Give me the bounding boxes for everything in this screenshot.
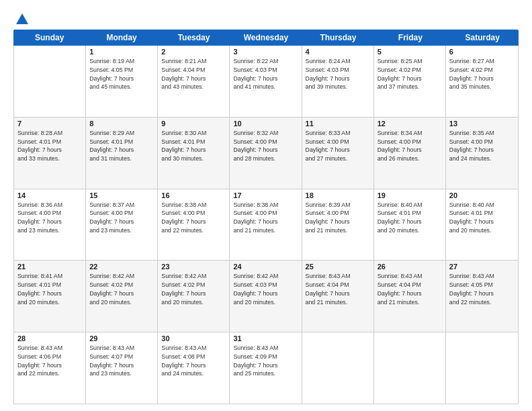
- cell-info: Sunrise: 8:33 AMSunset: 4:00 PMDaylight:…: [306, 129, 370, 163]
- calendar-cell: 27Sunrise: 8:43 AMSunset: 4:05 PMDayligh…: [446, 261, 518, 332]
- cell-info: Sunrise: 8:38 AMSunset: 4:00 PMDaylight:…: [161, 201, 226, 235]
- logo: [13, 12, 30, 24]
- calendar-cell: 22Sunrise: 8:42 AMSunset: 4:02 PMDayligh…: [86, 261, 158, 332]
- day-number: 21: [17, 263, 82, 271]
- day-number: 2: [161, 48, 226, 56]
- calendar-cell: 6Sunrise: 8:27 AMSunset: 4:02 PMDaylight…: [446, 46, 518, 117]
- day-number: 24: [233, 263, 298, 271]
- day-number: 17: [233, 191, 298, 199]
- calendar-cell: 7Sunrise: 8:28 AMSunset: 4:01 PMDaylight…: [14, 118, 86, 189]
- day-number: 3: [233, 48, 298, 56]
- day-number: 7: [17, 120, 82, 128]
- calendar-cell: 28Sunrise: 8:43 AMSunset: 4:06 PMDayligh…: [14, 332, 86, 404]
- cell-info: Sunrise: 8:32 AMSunset: 4:00 PMDaylight:…: [233, 129, 298, 163]
- calendar: SundayMondayTuesdayWednesdayThursdayFrid…: [13, 30, 519, 404]
- cell-info: Sunrise: 8:21 AMSunset: 4:04 PMDaylight:…: [161, 57, 226, 91]
- cell-info: Sunrise: 8:35 AMSunset: 4:00 PMDaylight:…: [449, 129, 515, 163]
- calendar-cell: 24Sunrise: 8:42 AMSunset: 4:03 PMDayligh…: [230, 261, 302, 332]
- calendar-cell: 17Sunrise: 8:38 AMSunset: 4:00 PMDayligh…: [230, 189, 302, 261]
- calendar-cell: 2Sunrise: 8:21 AMSunset: 4:04 PMDaylight…: [158, 46, 230, 117]
- calendar-row: 28Sunrise: 8:43 AMSunset: 4:06 PMDayligh…: [14, 332, 518, 404]
- cell-info: Sunrise: 8:42 AMSunset: 4:02 PMDaylight:…: [161, 272, 226, 306]
- svg-marker-0: [16, 13, 28, 24]
- cell-info: Sunrise: 8:22 AMSunset: 4:03 PMDaylight:…: [233, 57, 298, 91]
- day-number: 10: [233, 120, 298, 128]
- day-number: 20: [449, 191, 515, 199]
- day-number: 25: [306, 263, 370, 271]
- day-number: 14: [17, 191, 82, 199]
- cell-info: Sunrise: 8:30 AMSunset: 4:01 PMDaylight:…: [161, 129, 226, 163]
- weekday-header: Monday: [85, 30, 157, 46]
- day-number: 23: [161, 263, 226, 271]
- cell-info: Sunrise: 8:27 AMSunset: 4:02 PMDaylight:…: [449, 57, 515, 91]
- day-number: 13: [449, 120, 515, 128]
- cell-info: Sunrise: 8:43 AMSunset: 4:09 PMDaylight:…: [233, 344, 298, 378]
- calendar-cell: 31Sunrise: 8:43 AMSunset: 4:09 PMDayligh…: [230, 332, 302, 404]
- calendar-header: SundayMondayTuesdayWednesdayThursdayFrid…: [13, 30, 519, 46]
- day-number: 4: [306, 48, 370, 56]
- calendar-cell: 14Sunrise: 8:36 AMSunset: 4:00 PMDayligh…: [14, 189, 86, 261]
- calendar-cell: 11Sunrise: 8:33 AMSunset: 4:00 PMDayligh…: [302, 118, 374, 189]
- cell-info: Sunrise: 8:43 AMSunset: 4:07 PMDaylight:…: [89, 344, 154, 378]
- calendar-cell: 13Sunrise: 8:35 AMSunset: 4:00 PMDayligh…: [446, 118, 518, 189]
- header: [13, 12, 519, 24]
- cell-info: Sunrise: 8:42 AMSunset: 4:03 PMDaylight:…: [233, 272, 298, 306]
- day-number: 6: [449, 48, 515, 56]
- cell-info: Sunrise: 8:41 AMSunset: 4:01 PMDaylight:…: [17, 272, 82, 306]
- day-number: 22: [89, 263, 154, 271]
- calendar-row: 21Sunrise: 8:41 AMSunset: 4:01 PMDayligh…: [14, 261, 518, 332]
- calendar-row: 1Sunrise: 8:19 AMSunset: 4:05 PMDaylight…: [14, 46, 518, 118]
- logo-icon: [15, 12, 30, 27]
- calendar-cell: 4Sunrise: 8:24 AMSunset: 4:03 PMDaylight…: [302, 46, 374, 117]
- calendar-cell: [374, 332, 446, 404]
- cell-info: Sunrise: 8:39 AMSunset: 4:00 PMDaylight:…: [306, 201, 370, 235]
- day-number: 16: [161, 191, 226, 199]
- day-number: 18: [306, 191, 370, 199]
- cell-info: Sunrise: 8:24 AMSunset: 4:03 PMDaylight:…: [306, 57, 370, 91]
- day-number: 5: [378, 48, 442, 56]
- weekday-header: Sunday: [13, 30, 85, 46]
- day-number: 19: [378, 191, 442, 199]
- calendar-cell: 3Sunrise: 8:22 AMSunset: 4:03 PMDaylight…: [230, 46, 302, 117]
- calendar-cell: 25Sunrise: 8:43 AMSunset: 4:04 PMDayligh…: [302, 261, 374, 332]
- weekday-header: Wednesday: [230, 30, 302, 46]
- day-number: 8: [89, 120, 154, 128]
- day-number: 12: [378, 120, 442, 128]
- calendar-cell: [446, 332, 518, 404]
- weekday-header: Saturday: [447, 30, 519, 46]
- day-number: 9: [161, 120, 226, 128]
- cell-info: Sunrise: 8:25 AMSunset: 4:02 PMDaylight:…: [378, 57, 442, 91]
- cell-info: Sunrise: 8:43 AMSunset: 4:04 PMDaylight:…: [378, 272, 442, 306]
- page: SundayMondayTuesdayWednesdayThursdayFrid…: [0, 0, 532, 411]
- day-number: 26: [378, 263, 442, 271]
- calendar-cell: 20Sunrise: 8:40 AMSunset: 4:01 PMDayligh…: [446, 189, 518, 261]
- calendar-body: 1Sunrise: 8:19 AMSunset: 4:05 PMDaylight…: [13, 46, 519, 404]
- cell-info: Sunrise: 8:29 AMSunset: 4:01 PMDaylight:…: [89, 129, 154, 163]
- day-number: 28: [17, 334, 82, 342]
- calendar-cell: 16Sunrise: 8:38 AMSunset: 4:00 PMDayligh…: [158, 189, 230, 261]
- day-number: 15: [89, 191, 154, 199]
- cell-info: Sunrise: 8:34 AMSunset: 4:00 PMDaylight:…: [378, 129, 442, 163]
- day-number: 30: [161, 334, 226, 342]
- calendar-row: 7Sunrise: 8:28 AMSunset: 4:01 PMDaylight…: [14, 118, 518, 189]
- cell-info: Sunrise: 8:43 AMSunset: 4:05 PMDaylight:…: [449, 272, 515, 306]
- weekday-header: Friday: [374, 30, 446, 46]
- calendar-cell: 8Sunrise: 8:29 AMSunset: 4:01 PMDaylight…: [86, 118, 158, 189]
- calendar-cell: 9Sunrise: 8:30 AMSunset: 4:01 PMDaylight…: [158, 118, 230, 189]
- cell-info: Sunrise: 8:40 AMSunset: 4:01 PMDaylight:…: [449, 201, 515, 235]
- day-number: 27: [449, 263, 515, 271]
- cell-info: Sunrise: 8:43 AMSunset: 4:06 PMDaylight:…: [17, 344, 82, 378]
- day-number: 31: [233, 334, 298, 342]
- calendar-cell: 12Sunrise: 8:34 AMSunset: 4:00 PMDayligh…: [374, 118, 446, 189]
- calendar-cell: [14, 46, 86, 117]
- day-number: 29: [89, 334, 154, 342]
- calendar-cell: 21Sunrise: 8:41 AMSunset: 4:01 PMDayligh…: [14, 261, 86, 332]
- calendar-cell: 23Sunrise: 8:42 AMSunset: 4:02 PMDayligh…: [158, 261, 230, 332]
- weekday-header: Thursday: [302, 30, 374, 46]
- cell-info: Sunrise: 8:43 AMSunset: 4:04 PMDaylight:…: [306, 272, 370, 306]
- day-number: 11: [306, 120, 370, 128]
- cell-info: Sunrise: 8:37 AMSunset: 4:00 PMDaylight:…: [89, 201, 154, 235]
- weekday-header: Tuesday: [158, 30, 230, 46]
- cell-info: Sunrise: 8:42 AMSunset: 4:02 PMDaylight:…: [89, 272, 154, 306]
- calendar-cell: 15Sunrise: 8:37 AMSunset: 4:00 PMDayligh…: [86, 189, 158, 261]
